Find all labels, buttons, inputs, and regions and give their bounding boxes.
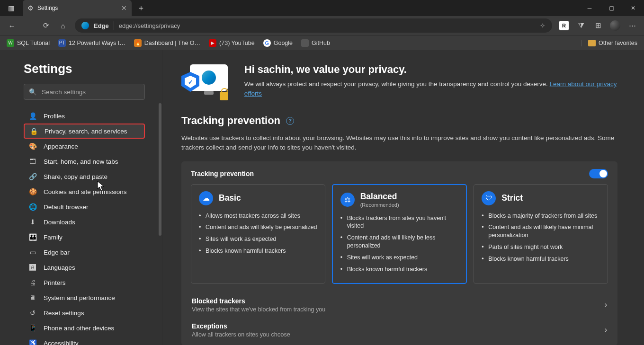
- sidebar-item[interactable]: ⬇Downloads: [24, 214, 145, 230]
- favorite-icon[interactable]: ✧: [540, 22, 546, 29]
- bookmark-item[interactable]: ▶(73) YouTube: [209, 39, 255, 47]
- tracking-level-balanced[interactable]: ⚖Balanced(Recommended)Blocks trackers fr…: [332, 184, 467, 284]
- tracking-desc: Websites use trackers to collect info ab…: [181, 133, 617, 153]
- nav-label: Printers: [44, 279, 66, 286]
- nav-icon: 🗔: [28, 157, 37, 166]
- level-bullet: Sites will work as expected: [340, 252, 459, 264]
- maximize-button[interactable]: ▢: [600, 0, 622, 16]
- level-bullet: Parts of sites might not work: [482, 241, 600, 253]
- level-bullet: Allows most trackers across all sites: [199, 210, 317, 222]
- nav-label: Start, home, and new tabs: [44, 158, 118, 165]
- nav-icon: 🖨: [28, 278, 37, 287]
- nav-icon: 🍪: [28, 187, 37, 196]
- level-bullet: Content and ads will likely be less pers…: [340, 232, 459, 252]
- tracking-levels: ☁BasicAllows most trackers across all si…: [191, 184, 608, 284]
- collections-icon[interactable]: ⊞: [590, 18, 606, 34]
- favicon: [301, 39, 309, 47]
- sidebar-item[interactable]: ↺Reset settings: [24, 305, 145, 320]
- nav-icon: 🖥: [28, 293, 37, 302]
- search-settings-input[interactable]: 🔍 Search settings: [24, 84, 145, 100]
- back-button[interactable]: ←: [4, 18, 20, 34]
- level-icon: ⚖: [340, 193, 355, 207]
- mouse-cursor-icon: [97, 181, 106, 191]
- profile-avatar[interactable]: [607, 18, 623, 34]
- nav-label: Edge bar: [44, 249, 70, 256]
- gear-icon: ⚙: [27, 4, 34, 12]
- nav-icon: 🔒: [29, 127, 38, 135]
- content-area: Settings 🔍 Search settings 👤Profiles🔒Pri…: [0, 50, 644, 345]
- level-bullet: Blocks trackers from sites you haven't v…: [340, 212, 459, 232]
- bookmark-item[interactable]: PT12 Powerful Ways t…: [58, 39, 125, 47]
- sidebar-item[interactable]: 🍪Cookies and site permissions: [24, 184, 145, 199]
- exceptions-row[interactable]: Exceptions Allow all trackers on sites y…: [191, 318, 608, 338]
- sidebar-item[interactable]: 👤Profiles: [24, 108, 145, 124]
- sidebar-item[interactable]: 📱Phone and other devices: [24, 320, 145, 336]
- minimize-button[interactable]: ─: [579, 0, 600, 16]
- address-bar[interactable]: Edge edge://settings/privacy ✧: [75, 18, 552, 33]
- blocked-trackers-row[interactable]: Blocked trackers View the sites that we'…: [191, 292, 608, 318]
- nav-label: Accessibility: [44, 340, 79, 345]
- url-text: edge://settings/privacy: [119, 22, 180, 29]
- nav-icon: 🎨: [28, 142, 37, 150]
- search-icon: 🔍: [29, 88, 37, 96]
- close-window-button[interactable]: ✕: [622, 0, 644, 16]
- settings-main: Hi sachin, we value your privacy. We wil…: [162, 50, 644, 345]
- settings-sidebar: Settings 🔍 Search settings 👤Profiles🔒Pri…: [0, 50, 162, 345]
- nav-icon: 👤: [28, 112, 37, 120]
- level-icon: ☁: [199, 191, 213, 205]
- hero-title: Hi sachin, we value your privacy.: [244, 63, 617, 76]
- nav-icon: 🌐: [28, 203, 37, 211]
- bookmark-item[interactable]: 🔥Dashboard | The O…: [134, 39, 200, 47]
- bookmark-item[interactable]: GGoogle: [263, 39, 293, 47]
- level-bullet: Content and ads will likely be personali…: [199, 221, 317, 233]
- level-icon: 🛡: [482, 191, 496, 205]
- privacy-hero-icon: [181, 63, 231, 101]
- refresh-button[interactable]: ⟳: [38, 18, 54, 34]
- level-bullet: Content and ads will likely have minimal…: [482, 221, 600, 241]
- extension-badge[interactable]: R: [556, 18, 572, 34]
- sidebar-scrollbar[interactable]: [159, 103, 161, 236]
- tracking-toggle[interactable]: [589, 169, 608, 178]
- tab-title: Settings: [37, 5, 58, 11]
- bookmarks-bar: WSQL Tutorial PT12 Powerful Ways t… 🔥Das…: [0, 35, 644, 50]
- home-button[interactable]: ⌂: [55, 18, 71, 34]
- extensions-icon[interactable]: ⧩: [573, 18, 589, 34]
- tab-actions-icon[interactable]: ▥: [7, 4, 15, 12]
- sidebar-item[interactable]: 🅰Languages: [24, 260, 145, 275]
- close-icon[interactable]: ✕: [121, 4, 127, 12]
- sidebar-item[interactable]: 🎨Appearance: [24, 139, 145, 154]
- folder-icon: [588, 40, 596, 46]
- help-icon[interactable]: ?: [286, 117, 294, 125]
- sidebar-item[interactable]: ♿Accessibility: [24, 336, 145, 345]
- sidebar-item[interactable]: 🔗Share, copy and paste: [24, 169, 145, 184]
- sidebar-item[interactable]: 🗔Start, home, and new tabs: [24, 154, 145, 169]
- sidebar-item[interactable]: 🖨Printers: [24, 275, 145, 290]
- other-favorites[interactable]: Other favorites: [581, 40, 637, 46]
- titlebar: ▥ ⚙ Settings ✕ ＋ ─ ▢ ✕: [0, 0, 644, 16]
- nav-label: Cookies and site permissions: [44, 188, 127, 195]
- favicon: W: [7, 39, 14, 47]
- new-tab-button[interactable]: ＋: [134, 1, 148, 15]
- level-bullet: Blocks known harmful trackers: [482, 253, 600, 265]
- nav-label: Default browser: [44, 203, 89, 211]
- tracking-section-title: Tracking prevention ?: [181, 115, 617, 127]
- nav-label: System and performance: [44, 294, 115, 301]
- browser-tab[interactable]: ⚙ Settings ✕: [23, 0, 132, 16]
- sidebar-item[interactable]: 🖥System and performance: [24, 290, 145, 305]
- tracking-level-basic[interactable]: ☁BasicAllows most trackers across all si…: [191, 184, 325, 284]
- sidebar-item[interactable]: 🔒Privacy, search, and services: [24, 124, 145, 139]
- hero-body: We will always protect and respect your …: [244, 80, 617, 99]
- sidebar-item[interactable]: 👪Family: [24, 230, 145, 245]
- more-icon[interactable]: ⋯: [624, 18, 640, 34]
- nav-icon: ♿: [28, 339, 37, 345]
- tracking-level-strict[interactable]: 🛡StrictBlocks a majority of trackers fro…: [474, 184, 608, 284]
- nav-label: Downloads: [44, 219, 75, 226]
- divider: [114, 21, 114, 30]
- nav-label: Phone and other devices: [44, 325, 114, 332]
- sidebar-item[interactable]: ▭Edge bar: [24, 245, 145, 260]
- search-placeholder: Search settings: [42, 88, 86, 96]
- sidebar-item[interactable]: 🌐Default browser: [24, 199, 145, 214]
- bookmark-item[interactable]: GitHub: [301, 39, 330, 47]
- level-title: Strict: [501, 193, 523, 203]
- bookmark-item[interactable]: WSQL Tutorial: [7, 39, 50, 47]
